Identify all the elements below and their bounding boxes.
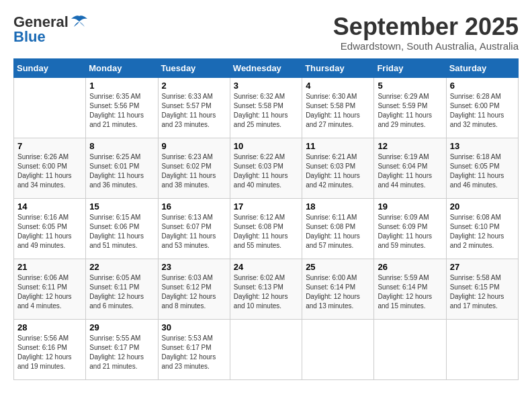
cell-info: Sunrise: 6:35 AMSunset: 5:56 PMDaylight:… xyxy=(89,93,144,128)
day-number: 1 xyxy=(89,81,154,91)
cell-info: Sunrise: 6:33 AMSunset: 5:57 PMDaylight:… xyxy=(162,93,216,128)
day-number: 13 xyxy=(450,141,515,151)
day-number: 30 xyxy=(162,322,226,332)
day-number: 7 xyxy=(17,141,82,151)
cell-info: Sunrise: 6:32 AMSunset: 5:58 PMDaylight:… xyxy=(234,93,288,128)
calendar-cell: 6 Sunrise: 6:28 AMSunset: 6:00 PMDayligh… xyxy=(446,77,518,138)
logo: General Blue xyxy=(13,13,89,46)
day-number: 9 xyxy=(162,141,226,151)
cell-info: Sunrise: 6:26 AMSunset: 6:00 PMDaylight:… xyxy=(17,153,72,189)
calendar-cell: 28 Sunrise: 5:56 AMSunset: 6:16 PMDaylig… xyxy=(14,319,86,379)
calendar-cell: 12 Sunrise: 6:19 AMSunset: 6:04 PMDaylig… xyxy=(374,138,446,198)
header-tuesday: Tuesday xyxy=(158,58,230,77)
calendar-cell: 5 Sunrise: 6:29 AMSunset: 5:59 PMDayligh… xyxy=(374,77,446,138)
calendar-week-1: 1 Sunrise: 6:35 AMSunset: 5:56 PMDayligh… xyxy=(14,77,519,138)
calendar-cell: 8 Sunrise: 6:25 AMSunset: 6:01 PMDayligh… xyxy=(86,138,158,198)
day-number: 21 xyxy=(17,262,82,272)
calendar-cell: 19 Sunrise: 6:09 AMSunset: 6:09 PMDaylig… xyxy=(374,198,446,259)
day-number: 15 xyxy=(89,201,154,212)
day-number: 10 xyxy=(234,141,298,151)
cell-info: Sunrise: 6:23 AMSunset: 6:02 PMDaylight:… xyxy=(162,153,216,189)
calendar-cell: 13 Sunrise: 6:18 AMSunset: 6:05 PMDaylig… xyxy=(446,138,518,198)
calendar-cell xyxy=(446,319,518,379)
day-number: 16 xyxy=(162,201,226,212)
cell-info: Sunrise: 5:56 AMSunset: 6:16 PMDaylight:… xyxy=(17,334,72,370)
cell-info: Sunrise: 6:03 AMSunset: 6:12 PMDaylight:… xyxy=(162,274,216,310)
calendar-cell xyxy=(14,77,86,138)
cell-info: Sunrise: 5:55 AMSunset: 6:17 PMDaylight:… xyxy=(89,334,144,370)
day-number: 18 xyxy=(306,201,370,212)
day-number: 20 xyxy=(450,201,515,212)
calendar-cell: 26 Sunrise: 5:59 AMSunset: 6:14 PMDaylig… xyxy=(374,259,446,319)
cell-info: Sunrise: 5:59 AMSunset: 6:14 PMDaylight:… xyxy=(378,274,432,310)
header-sunday: Sunday xyxy=(14,58,86,77)
logo-bird-icon xyxy=(70,15,89,30)
location: Edwardstown, South Australia, Australia xyxy=(333,40,519,52)
day-number: 24 xyxy=(234,262,298,272)
header-monday: Monday xyxy=(86,58,158,77)
calendar-cell: 11 Sunrise: 6:21 AMSunset: 6:03 PMDaylig… xyxy=(302,138,374,198)
cell-info: Sunrise: 5:53 AMSunset: 6:17 PMDaylight:… xyxy=(162,334,216,370)
cell-info: Sunrise: 6:16 AMSunset: 6:05 PMDaylight:… xyxy=(17,214,72,249)
calendar-week-4: 21 Sunrise: 6:06 AMSunset: 6:11 PMDaylig… xyxy=(14,259,519,319)
calendar-cell: 25 Sunrise: 6:00 AMSunset: 6:14 PMDaylig… xyxy=(302,259,374,319)
calendar-cell: 7 Sunrise: 6:26 AMSunset: 6:00 PMDayligh… xyxy=(14,138,86,198)
header-friday: Friday xyxy=(374,58,446,77)
cell-info: Sunrise: 6:25 AMSunset: 6:01 PMDaylight:… xyxy=(89,153,144,189)
calendar-week-5: 28 Sunrise: 5:56 AMSunset: 6:16 PMDaylig… xyxy=(14,319,519,379)
day-number: 6 xyxy=(450,81,515,91)
title-block: September 2025 Edwardstown, South Austra… xyxy=(333,13,519,52)
day-number: 26 xyxy=(378,262,442,272)
cell-info: Sunrise: 6:13 AMSunset: 6:07 PMDaylight:… xyxy=(162,214,216,249)
cell-info: Sunrise: 6:06 AMSunset: 6:11 PMDaylight:… xyxy=(17,274,72,310)
calendar-cell: 20 Sunrise: 6:08 AMSunset: 6:10 PMDaylig… xyxy=(446,198,518,259)
header-wednesday: Wednesday xyxy=(230,58,302,77)
cell-info: Sunrise: 6:30 AMSunset: 5:58 PMDaylight:… xyxy=(306,93,360,128)
calendar-cell: 24 Sunrise: 6:02 AMSunset: 6:13 PMDaylig… xyxy=(230,259,302,319)
cell-info: Sunrise: 6:05 AMSunset: 6:11 PMDaylight:… xyxy=(89,274,144,310)
day-number: 27 xyxy=(450,262,515,272)
calendar-cell: 15 Sunrise: 6:15 AMSunset: 6:06 PMDaylig… xyxy=(86,198,158,259)
cell-info: Sunrise: 6:00 AMSunset: 6:14 PMDaylight:… xyxy=(306,274,360,310)
month-title: September 2025 xyxy=(333,13,519,40)
cell-info: Sunrise: 6:19 AMSunset: 6:04 PMDaylight:… xyxy=(378,153,432,189)
cell-info: Sunrise: 6:08 AMSunset: 6:10 PMDaylight:… xyxy=(450,214,504,249)
calendar-cell: 21 Sunrise: 6:06 AMSunset: 6:11 PMDaylig… xyxy=(14,259,86,319)
calendar-header-row: SundayMondayTuesdayWednesdayThursdayFrid… xyxy=(14,58,519,77)
cell-info: Sunrise: 6:11 AMSunset: 6:08 PMDaylight:… xyxy=(306,214,360,249)
day-number: 12 xyxy=(378,141,442,151)
cell-info: Sunrise: 6:09 AMSunset: 6:09 PMDaylight:… xyxy=(378,214,432,249)
calendar-cell: 1 Sunrise: 6:35 AMSunset: 5:56 PMDayligh… xyxy=(86,77,158,138)
calendar-week-3: 14 Sunrise: 6:16 AMSunset: 6:05 PMDaylig… xyxy=(14,198,519,259)
calendar-cell: 22 Sunrise: 6:05 AMSunset: 6:11 PMDaylig… xyxy=(86,259,158,319)
calendar-cell: 10 Sunrise: 6:22 AMSunset: 6:03 PMDaylig… xyxy=(230,138,302,198)
header-saturday: Saturday xyxy=(446,58,518,77)
day-number: 17 xyxy=(234,201,298,212)
day-number: 8 xyxy=(89,141,154,151)
calendar-cell: 18 Sunrise: 6:11 AMSunset: 6:08 PMDaylig… xyxy=(302,198,374,259)
day-number: 25 xyxy=(306,262,370,272)
cell-info: Sunrise: 6:12 AMSunset: 6:08 PMDaylight:… xyxy=(234,214,288,249)
cell-info: Sunrise: 6:22 AMSunset: 6:03 PMDaylight:… xyxy=(234,153,288,189)
day-number: 11 xyxy=(306,141,370,151)
page-header: General Blue September 2025 Edwardstown,… xyxy=(13,13,519,52)
calendar-cell: 29 Sunrise: 5:55 AMSunset: 6:17 PMDaylig… xyxy=(86,319,158,379)
calendar-cell: 17 Sunrise: 6:12 AMSunset: 6:08 PMDaylig… xyxy=(230,198,302,259)
cell-info: Sunrise: 6:29 AMSunset: 5:59 PMDaylight:… xyxy=(378,93,432,128)
cell-info: Sunrise: 6:02 AMSunset: 6:13 PMDaylight:… xyxy=(234,274,288,310)
calendar-cell: 3 Sunrise: 6:32 AMSunset: 5:58 PMDayligh… xyxy=(230,77,302,138)
cell-info: Sunrise: 6:28 AMSunset: 6:00 PMDaylight:… xyxy=(450,93,504,128)
calendar-table: SundayMondayTuesdayWednesdayThursdayFrid… xyxy=(13,58,519,380)
calendar-cell xyxy=(302,319,374,379)
calendar-cell: 14 Sunrise: 6:16 AMSunset: 6:05 PMDaylig… xyxy=(14,198,86,259)
logo-blue: Blue xyxy=(13,28,46,46)
day-number: 23 xyxy=(162,262,226,272)
cell-info: Sunrise: 5:58 AMSunset: 6:15 PMDaylight:… xyxy=(450,274,504,310)
calendar-cell: 9 Sunrise: 6:23 AMSunset: 6:02 PMDayligh… xyxy=(158,138,230,198)
day-number: 19 xyxy=(378,201,442,212)
calendar-cell: 30 Sunrise: 5:53 AMSunset: 6:17 PMDaylig… xyxy=(158,319,230,379)
day-number: 14 xyxy=(17,201,82,212)
calendar-cell: 23 Sunrise: 6:03 AMSunset: 6:12 PMDaylig… xyxy=(158,259,230,319)
day-number: 4 xyxy=(306,81,370,91)
header-thursday: Thursday xyxy=(302,58,374,77)
